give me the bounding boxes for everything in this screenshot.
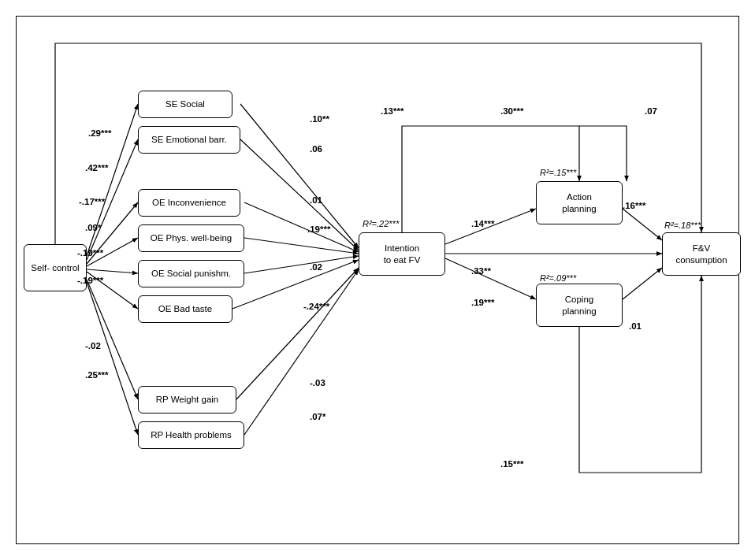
r2-coping: R²=.09*** — [540, 273, 576, 283]
path-label-06: .06 — [310, 144, 322, 154]
node-rp-health: RP Health problems — [138, 421, 244, 449]
path-label-19b: .19*** — [471, 298, 494, 307]
r2-action: R²=.15*** — [540, 168, 576, 177]
node-oe-phys: OE Phys. well-being — [138, 224, 244, 252]
path-label-29: .29*** — [88, 128, 111, 138]
path-label-25: .25*** — [85, 370, 108, 380]
path-label-m19b: -.19*** — [77, 276, 103, 285]
path-label-07b: .07 — [645, 106, 657, 116]
r2-fv: R²=.18*** — [664, 221, 701, 230]
path-label-09: .09* — [85, 223, 101, 232]
path-label-m19a: -.19*** — [77, 248, 103, 258]
path-label-14: .14*** — [471, 219, 494, 228]
path-label-16: .16*** — [623, 201, 645, 210]
node-oe-social: OE Social punishm. — [138, 260, 244, 287]
path-label-m17: -.17*** — [79, 197, 105, 206]
node-se-emotional: SE Emotional barr. — [138, 126, 240, 154]
r2-intention: R²=.22*** — [363, 219, 399, 228]
node-oe-inconvenience: OE Inconvenience — [138, 189, 240, 217]
node-se-social: SE Social — [138, 91, 232, 118]
path-label-m02: -.02 — [85, 341, 101, 350]
path-label-19a: .19*** — [307, 224, 330, 234]
diagram-container: Self- control SE Social SE Emotional bar… — [0, 0, 755, 560]
path-label-30: .30*** — [500, 106, 523, 116]
node-fv-consumption: F&Vconsumption — [662, 232, 741, 276]
path-label-42: .42*** — [85, 163, 108, 172]
path-label-01: .01 — [310, 195, 322, 205]
path-label-07: .07* — [310, 412, 325, 421]
path-label-02: .02 — [310, 262, 322, 272]
path-label-m03: -.03 — [310, 378, 325, 388]
path-label-m24: -.24*** — [303, 302, 329, 311]
path-label-10: .10** — [310, 114, 329, 124]
path-label-15: .15*** — [500, 459, 523, 469]
node-action-planning: Actionplanning — [536, 181, 623, 224]
node-rp-weight: RP Weight gain — [138, 386, 236, 414]
node-intention: Intentionto eat FV — [359, 232, 445, 276]
path-label-33: .33** — [471, 266, 491, 276]
node-coping-planning: Copingplanning — [536, 284, 623, 327]
path-label-13: .13*** — [381, 106, 404, 116]
path-label-01b: .01 — [629, 321, 642, 331]
outer-border — [16, 16, 739, 544]
node-oe-bad: OE Bad taste — [138, 295, 232, 323]
